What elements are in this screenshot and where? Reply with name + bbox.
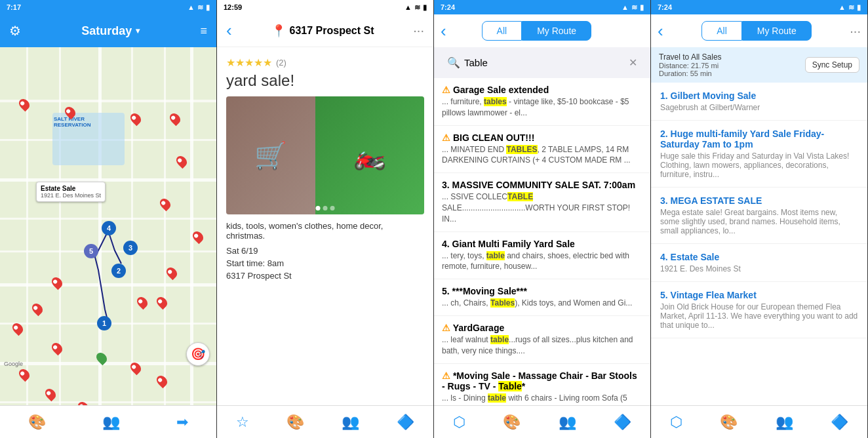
people-icon-3[interactable]: 👥 <box>559 414 576 431</box>
people-icon-2[interactable]: 👥 <box>342 414 359 431</box>
map-header: ⚙ Saturday ▾ ≡ <box>0 14 216 47</box>
palette-icon[interactable]: 🎨 <box>28 414 46 431</box>
estate-tooltip[interactable]: Estate Sale 1921 E. Des Moines St <box>36 182 106 202</box>
status-icons-4: ▲ ≋ ▮ <box>838 3 861 12</box>
route-pin-5[interactable]: 5 <box>84 244 98 258</box>
route-item-title-3: 3. MEGA ESTATE SALE <box>660 195 858 206</box>
map-pin-r5[interactable] <box>177 155 186 167</box>
route-item-sub-4: 1921 E. Des Moines St <box>660 264 858 273</box>
route-item-2[interactable]: 2. Huge multi-family Yard Sale Friday-Sa… <box>651 121 867 188</box>
map-pin-r3[interactable] <box>131 113 140 125</box>
travel-info-bar: Travel to All Sales Distance: 21.75 mi D… <box>651 47 867 83</box>
header-title: Saturday <box>81 24 132 38</box>
tab-my-route-4[interactable]: My Route <box>742 21 812 41</box>
route-item-3[interactable]: 3. MEGA ESTATE SALE Mega estate sale! Gr… <box>651 188 867 244</box>
map-pin-r16[interactable] <box>46 388 55 400</box>
result-desc-2: ... MINATED END TABLES, 2 TABLE LAMPS, 1… <box>442 144 642 167</box>
back-button-3[interactable]: ‹ <box>441 21 446 41</box>
map-pin-r7[interactable] <box>193 231 203 243</box>
navigate-icon-3[interactable]: 🔷 <box>614 414 631 431</box>
home-icon-4[interactable]: ⬡ <box>670 414 682 431</box>
palette-icon-2[interactable]: 🎨 <box>286 414 304 431</box>
location-button[interactable]: 🎯 <box>186 342 210 366</box>
map-pin-r17[interactable] <box>79 401 88 405</box>
home-icon-3[interactable]: ⬡ <box>453 414 465 431</box>
people-icon[interactable]: 👥 <box>102 414 120 431</box>
battery-icon-2: ▮ <box>423 3 427 12</box>
route-item-4[interactable]: 4. Estate Sale 1921 E. Des Moines St <box>651 244 867 282</box>
search-bar[interactable]: 🔍 ✕ <box>441 52 644 73</box>
back-button-2[interactable]: ‹ <box>226 20 232 41</box>
map-view[interactable]: SALT RIVERRESERVATION Estate Sale 1921 E… <box>0 47 216 405</box>
map-pin-r4[interactable] <box>170 113 180 125</box>
clear-search-button[interactable]: ✕ <box>629 56 637 69</box>
signal-icon-3: ▲ <box>621 3 629 11</box>
route-item-sub-3: Mega estate sale! Great bargains. Most i… <box>660 208 858 235</box>
listing-images[interactable]: 🛒 🏍️ <box>226 96 424 214</box>
map-pin-r6[interactable] <box>161 198 170 210</box>
gear-icon[interactable]: ⚙ <box>9 23 21 39</box>
map-pin-r12[interactable] <box>33 303 42 315</box>
tab-my-route-3[interactable]: My Route <box>522 21 591 41</box>
back-button-4[interactable]: ‹ <box>658 21 663 41</box>
result-item-7[interactable]: ⚠ *Moving Sale - Massage Chair - Bar Sto… <box>434 364 650 405</box>
phone-1: 7:17 ▲ ≋ ▮ ⚙ Saturday ▾ ≡ <box>0 0 217 438</box>
map-pin-r11[interactable] <box>52 277 62 289</box>
map-pin-r15[interactable] <box>20 368 29 380</box>
people-icon-4[interactable]: 👥 <box>776 414 793 431</box>
wifi-icon-4: ≋ <box>848 3 854 12</box>
palette-icon-4[interactable]: 🎨 <box>720 414 738 431</box>
map-pin-r21[interactable] <box>157 375 167 387</box>
result-item-1[interactable]: ⚠ Garage Sale extended ... furniture, ta… <box>434 78 650 126</box>
navigate-icon[interactable]: ➡ <box>176 414 188 431</box>
more-button-4[interactable]: ··· <box>850 24 861 39</box>
status-icons-1: ▲ ≋ ▮ <box>187 3 210 12</box>
sync-setup-button[interactable]: Sync Setup <box>805 57 859 73</box>
battery-icon-4: ▮ <box>857 3 861 12</box>
search-header: ‹ All My Route <box>434 14 650 47</box>
header-title-area: Saturday ▾ <box>81 24 140 38</box>
route-item-5[interactable]: 5. Vintage Flea Market Join Old Brick Ho… <box>651 282 867 338</box>
phone4-footer: ⬡ 🎨 👥 🔷 <box>651 405 867 438</box>
more-button-2[interactable]: ··· <box>413 23 424 38</box>
warning-icon-7: ⚠ <box>442 370 450 381</box>
result-item-4[interactable]: 4. Giant Multi Family Yard Sale ... tery… <box>434 232 650 280</box>
map-pin-r9[interactable] <box>138 296 147 308</box>
travel-details: Travel to All Sales Distance: 21.75 mi D… <box>659 52 722 77</box>
route-item-title-2: 2. Huge multi-family Yard Sale Friday-Sa… <box>660 129 858 149</box>
map-pin-r1[interactable] <box>20 98 29 110</box>
map-pin-r2[interactable] <box>66 106 75 118</box>
result-item-6[interactable]: ⚠ YardGarage ... leaf walnut table...rug… <box>434 316 650 364</box>
route-pin-3[interactable]: 3 <box>123 241 138 255</box>
search-icon: 🔍 <box>447 56 460 69</box>
tab-all-3[interactable]: All <box>482 21 523 41</box>
route-item-sub-2: Huge sale this Friday and Saturday in Va… <box>660 151 858 179</box>
route-pin-4[interactable]: 4 <box>102 221 116 235</box>
status-bar-3: 7:24 ▲ ≋ ▮ <box>434 0 650 14</box>
map-pin-r8[interactable] <box>167 267 176 279</box>
map-pin-r14[interactable] <box>52 342 62 354</box>
favorite-icon[interactable]: ☆ <box>236 414 249 431</box>
result-item-3[interactable]: 3. MASSIVE COMMUNITY SALE SAT. 7:00am ..… <box>434 173 650 231</box>
result-item-2[interactable]: ⚠ BIG CLEAN OUT!!! ... MINATED END TABLE… <box>434 126 650 174</box>
listing-body: ★★★★★ (2) yard sale! 🛒 🏍️ kids, tools, w… <box>217 47 433 405</box>
route-item-1[interactable]: 1. Gilbert Moving Sale Sagebrush at Gilb… <box>651 83 867 121</box>
tab-all-4[interactable]: All <box>701 21 742 41</box>
result-item-5[interactable]: 5. ***Moving Sale*** ... ch, Chairs, Tab… <box>434 279 650 316</box>
route-pin-1[interactable]: 1 <box>97 316 111 330</box>
wifi-icon-1: ≋ <box>197 3 203 12</box>
listing-time: Start time: 8am <box>226 258 424 268</box>
route-pin-2[interactable]: 2 <box>111 264 126 278</box>
map-pin-r13[interactable] <box>13 323 22 334</box>
warning-icon-2: ⚠ <box>442 132 450 143</box>
map-pin-green[interactable] <box>97 352 106 364</box>
phone-4: 7:24 ▲ ≋ ▮ ‹ All My Route ··· Travel to … <box>651 0 868 438</box>
navigate-icon-4[interactable]: 🔷 <box>831 414 848 431</box>
map-pin-r20[interactable] <box>131 362 140 374</box>
map-pin-r10[interactable] <box>157 296 167 308</box>
result-title-7: ⚠ *Moving Sale - Massage Chair - Bar Sto… <box>442 370 642 391</box>
palette-icon-3[interactable]: 🎨 <box>503 414 521 431</box>
search-input[interactable] <box>464 57 629 68</box>
navigate-icon-2[interactable]: 🔷 <box>397 414 414 431</box>
menu-icon[interactable]: ≡ <box>200 24 207 38</box>
